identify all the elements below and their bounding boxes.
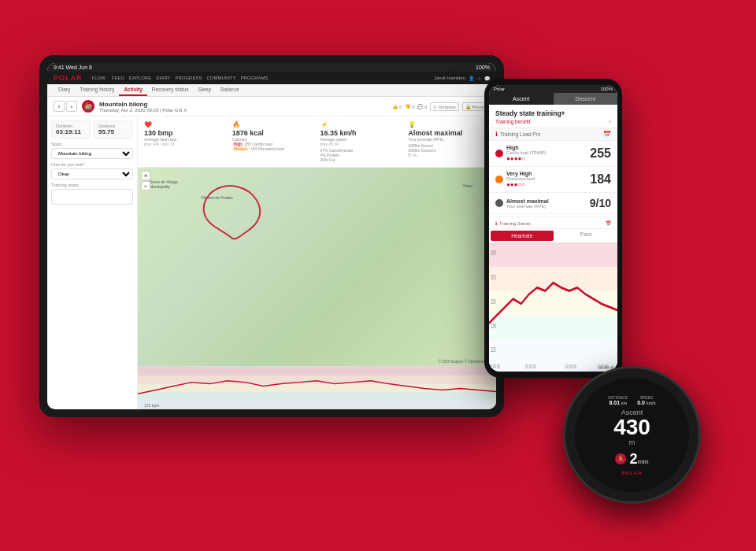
effort-label: Your estimate (RPE) [408,137,490,142]
watch-lap-time: 2min [629,451,648,468]
nav-feed[interactable]: FEED [112,76,124,80]
watch-cyclist-icon: 🚴 [617,456,624,462]
phone-tab-ascent[interactable]: Ascent [489,93,554,105]
svg-text:138: 138 [491,322,496,329]
nav-right: Janet Hamilton 👤 ☆ 💬 [434,76,490,81]
tab-recovery[interactable]: Recovery status [147,84,194,96]
svg-text:125: 125 [491,346,496,353]
notes-input[interactable] [51,189,133,205]
activity-type-icon: 🚵 [82,100,94,113]
polar-logo: POLAR [54,74,83,82]
tab-balance[interactable]: Balance [216,84,244,96]
svg-text:150: 150 [491,298,496,305]
sport-field: Sport Mountain biking [51,142,133,159]
prev-activity-button[interactable]: ‹ [54,101,65,112]
info-icon: ℹ [495,131,498,138]
comment-icon[interactable]: 💬 0 [417,104,427,109]
relative-btn[interactable]: ⊙ Relative [430,102,458,111]
heart-icon: ❤️ [144,121,226,128]
feel-select[interactable]: Okay [51,168,133,179]
tab-activity[interactable]: Activity [119,84,146,96]
phone-device: Polar 100% Ascent Descent Steady state t… [484,79,622,378]
training-zones-row: ℹ Training Zones 📅 [489,218,617,228]
activity-title-group: Mountain biking Thursday, Apr 2, 2020 09… [99,101,187,113]
heart-load-icon [495,150,503,157]
nav-avatar-icon: 👤 [469,76,474,81]
phone-carrier: Polar [494,87,505,91]
tablet-battery: 100% [476,65,490,70]
like-icon[interactable]: 👍 0 [392,104,402,109]
svg-text:02:00:00: 02:00:00 [565,364,576,370]
nav-programs[interactable]: PROGRAMS [240,76,268,80]
perceived-badge: Medium [232,146,250,151]
load-row-very-high: Very High Perceived load ●●●○○ 184 [489,167,617,193]
watch-distance-label: Distance [608,395,628,400]
high-load-stars: ●●●●○ [506,155,587,162]
high-load-text: High Cardio load (TRIMP) ●●●●○ [506,145,587,162]
watch-activity-icon: 🚴 [615,453,626,464]
info-icon-2: ℹ [495,220,497,226]
phone-hr-svg: 188 163 150 138 125 00:00:00 01:00:00 02… [489,242,617,372]
maximal-load-sublabel: Your estimate (RPE) [506,204,587,209]
duration-value: 03:19:11 [56,128,86,135]
svg-text:188: 188 [491,250,496,257]
nav-explore[interactable]: EXPLORE [129,76,151,80]
watch-ascent-value: 430 [613,416,650,438]
speed-value: 16.35 km/h [321,129,402,137]
hr-line-chart [138,367,496,409]
feel-field: How do you feel? Okay [51,162,133,179]
tablet-time: 9:41 Wed Jun 8 [54,65,92,70]
activity-left-panel: Duration 03:19:11 Distance 55.75 Sport M… [47,116,138,409]
zoom-in-button[interactable]: + [141,171,150,180]
nav-star-icon: ☆ [477,76,481,81]
zoom-out-button[interactable]: − [141,181,150,190]
hr-chart-area: 125 bpm [138,366,496,409]
phone-status-bar: Polar 100% [489,85,617,93]
tab-diary[interactable]: Diary [54,84,75,96]
duration-stat: Duration 03:19:11 [51,120,91,139]
duration-distance-row: Duration 03:19:11 Distance 55.75 [51,120,133,139]
very-high-load-stars: ●●●○○ [506,181,587,188]
map-route-svg [185,176,280,246]
next-activity-button[interactable]: › [66,101,77,112]
calories-card: 🔥 1876 kcal Calories High 255 Cardio loa… [231,120,316,164]
zone-tab-heartrate[interactable]: Heartrate [491,231,554,241]
zone-tab-pace[interactable]: Pace [555,229,618,242]
phone-section-title: Steady state training+ [489,105,617,119]
nav-diary[interactable]: DIARY [156,76,170,80]
hr-chart-container: 125 bpm [138,367,496,409]
stats-grid: ❤️ 130 bmp Average heart rate Max 149 | … [138,116,496,168]
activity-header: ‹ › 🚵 Mountain biking Thursday, Apr 2, 2… [47,97,496,116]
tab-training-history[interactable]: Training history [75,84,119,96]
tablet-device: 9:41 Wed Jun 8 100% POLAR FLOW FEED EXPL… [39,55,504,417]
activity-content: Duration 03:19:11 Distance 55.75 Sport M… [47,116,496,409]
watch-ascent-unit: m [629,438,636,446]
training-load-label: ℹ Training Load Pro [495,131,540,138]
watch-time-row: 🚴 2min [615,451,648,468]
sport-select[interactable]: Mountain biking [51,148,133,159]
hr-sub: Max 149 | Min 78 [144,142,226,146]
phone-tab-bar: Ascent Descent [489,93,617,105]
load-row-maximal: Almost maximal Your estimate (RPE) 9/10 [489,193,617,214]
watch-screen: Distance 8.01 km Speed 0.0 km/h Ascent 4… [575,378,689,492]
phone-section-sub: Training benefit › [489,119,617,128]
see-more-arrow[interactable]: › [610,119,611,124]
phone-tab-descent[interactable]: Descent [554,93,618,105]
activity-nav: ‹ › [54,101,77,112]
training-zones-calendar[interactable]: 📅 [606,220,611,226]
tab-sleep[interactable]: Sleep [193,84,216,96]
phone-battery: 100% [601,87,613,91]
watch-speed-value: 0.0 km/h [637,400,655,405]
nav-community[interactable]: COMMUNITY [206,76,235,80]
svg-rect-0 [489,242,617,267]
nav-progress[interactable]: PROGRESS [175,76,202,80]
brain-load-icon [495,199,503,207]
notes-label: Training notes [51,183,133,187]
dislike-icon[interactable]: 👎 0 [405,104,414,109]
high-load-label: High [506,145,587,150]
training-load-calendar-icon[interactable]: 📅 [603,131,611,138]
watch-speed-stat: Speed 0.0 km/h [637,395,655,405]
load-row-high: High Cardio load (TRIMP) ●●●●○ 255 [489,141,617,167]
separator [489,216,617,216]
maximal-load-value: 9/10 [590,197,611,209]
